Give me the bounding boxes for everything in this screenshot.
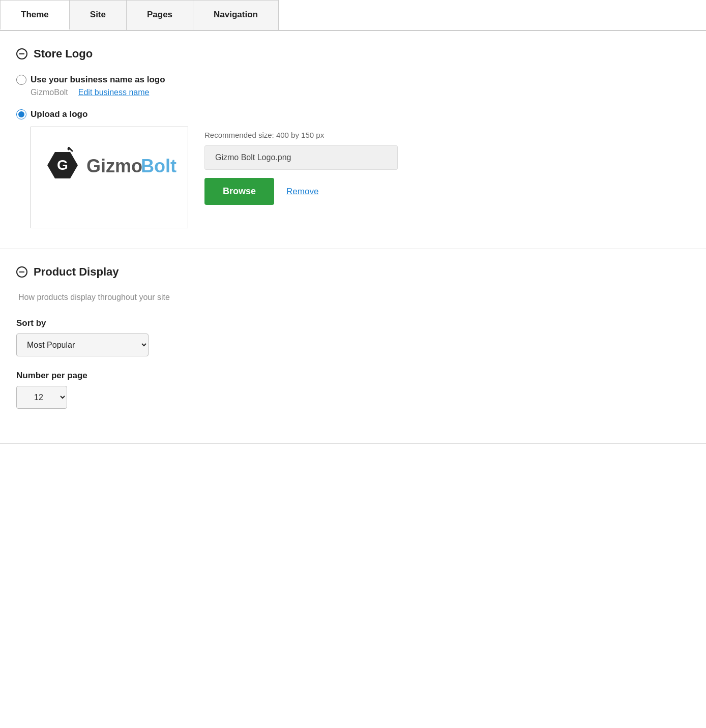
upload-logo-radio-option: Upload a logo: [16, 109, 690, 119]
logo-preview-svg: G Gizmo Bolt: [36, 147, 183, 208]
number-per-page-group: Number per page 6 12 24 48: [16, 371, 690, 409]
svg-text:Bolt: Bolt: [141, 156, 176, 176]
product-display-section: Product Display How products display thr…: [0, 249, 706, 444]
business-name-value: GizmoBolt: [31, 88, 68, 97]
sort-by-group: Sort by Most Popular Newest Price: Low t…: [16, 318, 690, 356]
tab-pages[interactable]: Pages: [126, 0, 193, 30]
logo-buttons-row: Browse Remove: [204, 178, 398, 205]
collapse-store-logo-icon[interactable]: [16, 48, 27, 59]
remove-link[interactable]: Remove: [286, 187, 318, 197]
business-name-radio[interactable]: [16, 75, 26, 85]
browse-button[interactable]: Browse: [204, 178, 274, 205]
svg-text:G: G: [57, 157, 68, 173]
logo-preview-box: G Gizmo Bolt: [31, 127, 188, 228]
number-per-page-label: Number per page: [16, 371, 690, 381]
store-logo-section: Store Logo Use your business name as log…: [0, 31, 706, 249]
business-name-row: GizmoBolt Edit business name: [31, 88, 690, 97]
store-logo-title: Store Logo: [34, 47, 93, 60]
product-display-header: Product Display: [16, 265, 690, 279]
business-name-radio-label[interactable]: Use your business name as logo: [31, 75, 165, 85]
collapse-product-display-icon[interactable]: [16, 266, 27, 278]
tab-site[interactable]: Site: [69, 0, 127, 30]
store-logo-header: Store Logo: [16, 47, 690, 60]
file-name-display: Gizmo Bolt Logo.png: [204, 145, 398, 170]
logo-right-side: Recommended size: 400 by 150 px Gizmo Bo…: [204, 127, 398, 205]
product-display-title: Product Display: [34, 265, 119, 279]
logo-upload-row: G Gizmo Bolt Recommended size: 400 by 15…: [31, 127, 690, 228]
product-display-description: How products display throughout your sit…: [18, 293, 690, 302]
upload-logo-section: Upload a logo G Gizmo Bolt: [16, 109, 690, 228]
edit-business-name-link[interactable]: Edit business name: [78, 88, 150, 97]
upload-logo-radio-label[interactable]: Upload a logo: [31, 109, 87, 119]
tab-theme[interactable]: Theme: [0, 0, 70, 30]
tabs-bar: Theme Site Pages Navigation: [0, 0, 706, 31]
tab-navigation[interactable]: Navigation: [193, 0, 279, 30]
business-name-radio-option: Use your business name as logo: [16, 75, 690, 85]
svg-text:Gizmo: Gizmo: [86, 156, 142, 176]
recommended-size-text: Recommended size: 400 by 150 px: [204, 131, 398, 139]
number-per-page-select[interactable]: 6 12 24 48: [16, 386, 67, 409]
sort-by-select[interactable]: Most Popular Newest Price: Low to High P…: [16, 333, 149, 356]
sort-by-label: Sort by: [16, 318, 690, 328]
upload-logo-radio[interactable]: [16, 109, 26, 119]
